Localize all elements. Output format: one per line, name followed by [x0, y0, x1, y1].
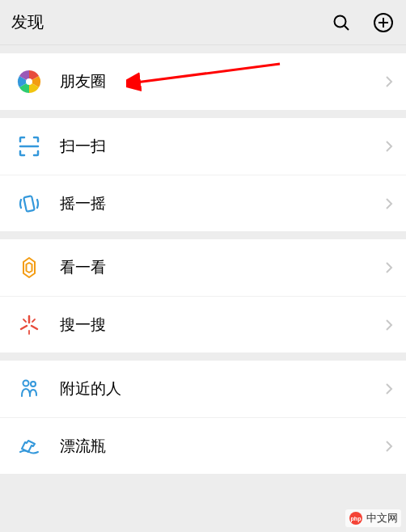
svg-point-16	[23, 381, 29, 386]
header: 发现	[0, 0, 406, 45]
item-label: 附近的人	[60, 378, 385, 399]
chevron-right-icon	[385, 440, 393, 453]
item-nearby[interactable]: 附近的人	[0, 361, 406, 417]
bottle-icon	[15, 432, 44, 461]
header-actions	[330, 11, 395, 34]
php-logo-icon: php	[349, 511, 363, 526]
item-label: 朋友圈	[60, 71, 385, 92]
item-shake[interactable]: 摇一摇	[0, 175, 406, 231]
chevron-right-icon	[385, 197, 393, 210]
svg-line-14	[32, 319, 35, 322]
chevron-right-icon	[385, 140, 393, 153]
svg-point-5	[26, 78, 32, 85]
item-bottle[interactable]: 漂流瓶	[0, 417, 406, 474]
item-look[interactable]: 看一看	[0, 239, 406, 296]
chevron-right-icon	[385, 319, 393, 331]
svg-marker-9	[27, 263, 32, 272]
watermark: php 中文网	[345, 509, 401, 527]
section-scan-shake: 扫一扫 摇一摇	[0, 118, 406, 231]
svg-line-12	[32, 326, 37, 329]
look-icon	[15, 253, 44, 282]
scan-icon	[15, 132, 44, 161]
item-label: 搜一搜	[60, 315, 385, 336]
item-label: 漂流瓶	[60, 436, 385, 457]
svg-line-1	[345, 25, 349, 29]
svg-rect-7	[23, 196, 35, 212]
svg-text:php: php	[351, 516, 362, 522]
svg-line-13	[23, 319, 26, 322]
item-moments[interactable]: 朋友圈	[0, 53, 406, 110]
svg-point-17	[31, 382, 36, 386]
chevron-right-icon	[385, 75, 393, 88]
svg-line-11	[21, 326, 27, 329]
moments-icon	[15, 67, 44, 96]
search-icon	[332, 13, 351, 32]
svg-point-0	[335, 15, 346, 27]
search-button[interactable]	[330, 11, 353, 34]
shake-icon	[15, 189, 44, 218]
section-moments: 朋友圈	[0, 53, 406, 110]
plus-circle-icon	[373, 12, 394, 33]
watermark-text: 中文网	[366, 511, 398, 526]
section-look-search: 看一看 搜一搜	[0, 239, 406, 353]
add-button[interactable]	[372, 11, 395, 34]
section-nearby-bottle: 附近的人 漂流瓶	[0, 361, 406, 474]
item-label: 看一看	[60, 257, 385, 278]
search-square-icon	[15, 310, 44, 340]
chevron-right-icon	[385, 382, 393, 395]
item-label: 摇一摇	[60, 193, 385, 214]
chevron-right-icon	[385, 261, 393, 274]
item-search[interactable]: 搜一搜	[0, 296, 406, 353]
item-scan[interactable]: 扫一扫	[0, 118, 406, 175]
item-label: 扫一扫	[60, 136, 385, 157]
page-title: 发现	[11, 11, 330, 33]
nearby-icon	[15, 374, 44, 403]
svg-marker-8	[23, 258, 35, 277]
